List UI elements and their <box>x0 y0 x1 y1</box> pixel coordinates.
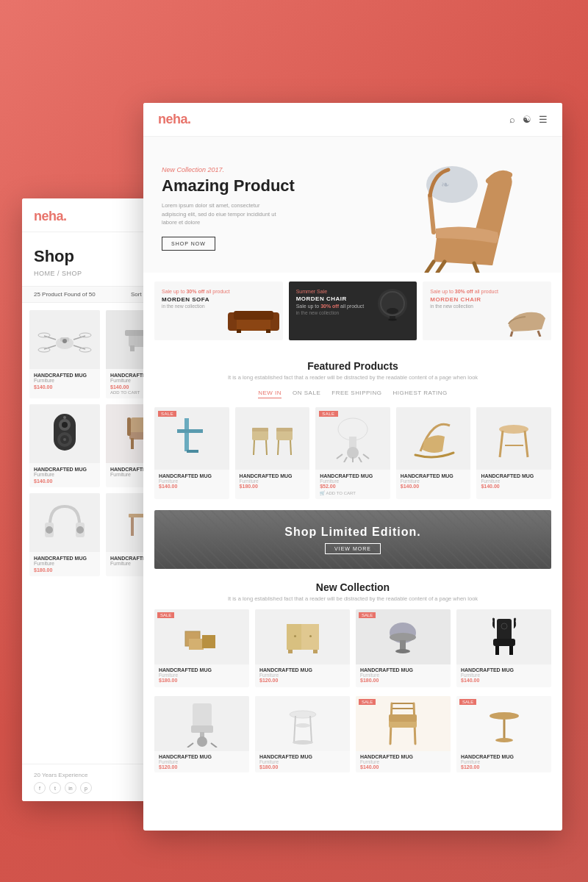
svg-point-66 <box>347 447 359 459</box>
drone-icon <box>35 318 94 362</box>
svg-rect-57 <box>252 428 268 431</box>
sale-badge: SALE <box>319 411 337 417</box>
scene: neha. Shop HOME / SHOP 25 Product Found … <box>0 0 588 882</box>
product-info: HANDCRAFTED MUG Furniture $180.00 <box>154 664 249 687</box>
view-more-button[interactable]: VIEW MORE <box>325 543 381 554</box>
promo-chair-card: Summer Sale MORDEN CHAIR Sale up to 30% … <box>289 282 417 340</box>
product-category: Furniture <box>34 561 96 566</box>
product-info: HANDCRAFTED MUG Furniture $52.00 🛒 ADD T… <box>315 470 390 499</box>
product-price: $140.00 <box>34 384 96 390</box>
svg-line-73 <box>500 431 503 457</box>
product-count: 25 Product Found of 50 <box>34 291 96 298</box>
new-collection-title: New Collection <box>154 581 551 593</box>
svg-text:❧: ❧ <box>441 179 450 190</box>
side-table-icon <box>173 415 210 462</box>
svg-point-48 <box>387 308 398 314</box>
product-name: HANDCRAFTED MUG <box>481 473 547 478</box>
tab-on-sale[interactable]: ON SALE <box>293 388 320 398</box>
svg-point-8 <box>38 348 50 352</box>
hero-text: New Collection 2017. Amazing Product Lor… <box>162 159 382 251</box>
new-product-row2-4: SALE HANDCRAFTED MUG Furniture $120.00 <box>456 696 551 772</box>
product-name: HANDCRAFTED MUG <box>34 373 96 378</box>
menu-icon[interactable]: ☰ <box>539 114 548 125</box>
product-info: HANDCRAFTED MUG Furniture $180.00 <box>29 552 100 576</box>
svg-point-17 <box>62 422 68 428</box>
list-item: HANDCRAFTED MUG Furniture $180.00 <box>29 493 100 576</box>
add-to-cart-label: 🛒 ADD TO CART <box>320 490 386 495</box>
svg-line-37 <box>474 263 478 273</box>
new-product-2: HANDCRAFTED MUG Furniture $120.00 <box>255 609 350 687</box>
featured-tabs: NEW IN ON SALE FREE SHIPPING HIGHEST RAT… <box>154 388 551 398</box>
featured-product-1: SALE HANDCRAFTED MUG Furniture $140.00 <box>154 407 229 499</box>
product-price: $120.00 <box>259 678 345 683</box>
office-chair2-icon <box>184 700 220 747</box>
svg-line-59 <box>266 440 267 455</box>
cabinet-icon <box>281 617 325 657</box>
new-collection-grid: SALE HANDCRAFTED MUG Furniture $180.00 <box>154 609 551 687</box>
svg-rect-92 <box>495 646 499 655</box>
product-category: Furniture <box>461 759 547 764</box>
lounge-chair-icon <box>505 304 549 337</box>
svg-rect-53 <box>184 418 189 451</box>
facebook-icon[interactable]: f <box>34 782 46 794</box>
product-image <box>255 609 350 664</box>
new-product-row2-2: HANDCRAFTED MUG Furniture $180.00 <box>255 696 350 772</box>
hero-section: New Collection 2017. Amazing Product Lor… <box>143 137 562 273</box>
new-product-1: SALE HANDCRAFTED MUG Furniture $180.00 <box>154 609 249 687</box>
shop-now-button[interactable]: SHOP NOW <box>162 237 215 251</box>
speaker-icon <box>43 410 87 458</box>
product-name: HANDCRAFTED MUG <box>360 667 446 673</box>
svg-rect-61 <box>276 428 293 431</box>
twitter-icon[interactable]: t <box>49 782 61 794</box>
tab-free-shipping[interactable]: FREE SHIPPING <box>331 388 381 398</box>
svg-line-38 <box>426 262 434 273</box>
product-name: HANDCRAFTED MUG <box>34 556 96 561</box>
svg-rect-45 <box>266 329 270 333</box>
svg-point-21 <box>63 416 66 419</box>
svg-line-5 <box>74 345 85 349</box>
svg-rect-32 <box>131 517 134 536</box>
svg-line-36 <box>437 262 445 273</box>
product-info: HANDCRAFTED MUG Furniture $180.00 <box>235 470 310 492</box>
hero-title: Amazing Product <box>162 176 382 196</box>
svg-rect-91 <box>493 639 515 646</box>
svg-point-10 <box>62 339 67 343</box>
svg-line-52 <box>538 331 540 337</box>
product-name: HANDCRAFTED MUG <box>461 754 547 759</box>
svg-point-6 <box>38 333 50 337</box>
product-price: $140.00 <box>34 478 96 484</box>
svg-point-101 <box>290 711 316 718</box>
promo-title: MORDEN SOFA <box>162 296 276 303</box>
product-name: HANDCRAFTED MUG <box>240 473 306 478</box>
svg-point-114 <box>495 738 513 742</box>
product-price: $140.00 <box>481 484 547 489</box>
product-name: HANDCRAFTED MUG <box>461 667 547 673</box>
product-category: Furniture <box>159 673 245 678</box>
sale-badge: SALE <box>359 699 376 705</box>
promo-sale-text: Sale up to 30% off all product <box>162 289 276 294</box>
product-price: $120.00 <box>159 764 245 770</box>
search-icon[interactable]: ⌕ <box>509 114 515 125</box>
product-price: $140.00 <box>401 484 467 489</box>
product-info: HANDCRAFTED MUG Furniture $140.00 <box>29 463 100 487</box>
linkedin-icon[interactable]: in <box>65 782 76 794</box>
svg-rect-26 <box>127 417 131 436</box>
tab-new-in[interactable]: NEW IN <box>258 388 282 398</box>
limited-edition-title: Shop Limited Edition. <box>284 526 420 539</box>
svg-rect-95 <box>193 703 212 727</box>
product-category: Furniture <box>360 759 446 764</box>
featured-title: Featured Products <box>154 360 551 372</box>
svg-line-2 <box>44 336 56 340</box>
orb-chair-icon <box>373 285 413 322</box>
svg-rect-43 <box>234 311 273 320</box>
product-image <box>29 404 100 463</box>
pinterest-icon[interactable]: p <box>80 782 92 794</box>
tab-highest-rating[interactable]: HIGHEST RATING <box>393 388 448 398</box>
svg-rect-78 <box>189 639 204 650</box>
svg-rect-93 <box>509 646 513 655</box>
new-collection-row2: HANDCRAFTED MUG Furniture $120.00 <box>143 696 562 780</box>
user-icon[interactable]: ☯ <box>523 114 531 125</box>
svg-rect-79 <box>202 635 215 648</box>
svg-rect-54 <box>177 429 203 433</box>
product-name: HANDCRAFTED MUG <box>34 467 96 472</box>
